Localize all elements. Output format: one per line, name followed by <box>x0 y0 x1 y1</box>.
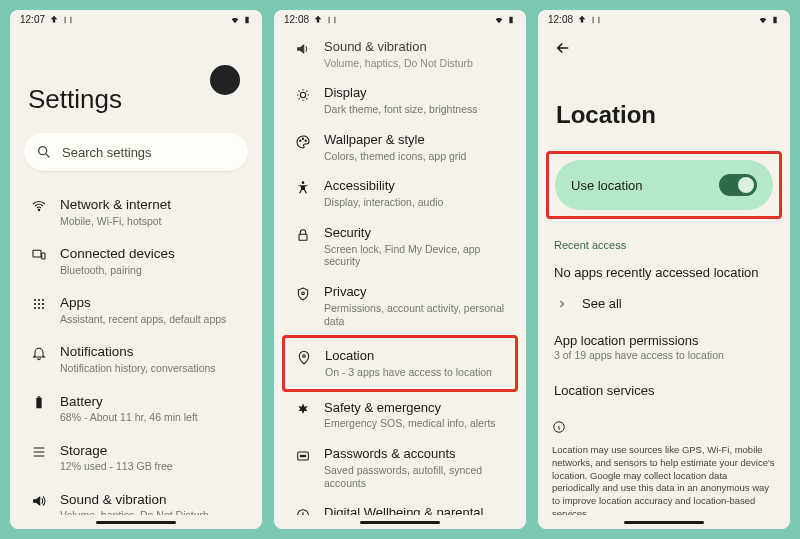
status-icon <box>327 15 337 25</box>
svg-point-20 <box>305 140 306 141</box>
svg-point-9 <box>38 303 40 305</box>
location-info: Location may use sources like GPS, Wi-Fi… <box>552 420 776 515</box>
search-placeholder: Search settings <box>62 145 152 160</box>
wifi-icon <box>494 15 504 25</box>
page-title: Location <box>556 101 776 129</box>
clock: 12:08 <box>284 14 309 25</box>
status-icon <box>313 15 323 25</box>
settings-item-accessibility[interactable]: AccessibilityDisplay, interaction, audio <box>288 170 512 216</box>
clock: 12:07 <box>20 14 45 25</box>
phone-settings-scrolled: 12:08 Sound & vibrationVolume, haptics, … <box>274 10 526 529</box>
statusbar: 12:08 <box>538 10 790 29</box>
settings-item-storage[interactable]: Storage12% used - 113 GB free <box>24 433 248 482</box>
status-icon <box>63 15 73 25</box>
key-icon <box>295 448 311 464</box>
settings-item-wallpaper[interactable]: Wallpaper & styleColors, themed icons, a… <box>288 124 512 170</box>
volume-icon <box>31 493 47 509</box>
svg-point-6 <box>38 299 40 301</box>
svg-rect-4 <box>42 253 45 259</box>
svg-rect-0 <box>245 16 248 23</box>
location-icon <box>296 350 312 366</box>
profile-avatar[interactable] <box>210 65 240 95</box>
info-icon <box>552 420 566 434</box>
settings-item-wellbeing[interactable]: Digital Wellbeing & parental controlsScr… <box>288 497 512 515</box>
navbar[interactable] <box>538 515 790 529</box>
switch-on[interactable] <box>719 174 757 196</box>
svg-point-11 <box>34 307 36 309</box>
settings-item-battery[interactable]: Battery68% - About 11 hr, 46 min left <box>24 384 248 433</box>
svg-rect-14 <box>36 397 41 408</box>
use-location-toggle[interactable]: Use location <box>555 160 773 210</box>
no-recent-text: No apps recently accessed location <box>552 257 776 288</box>
status-icon <box>591 15 601 25</box>
wifi-icon <box>758 15 768 25</box>
highlight-use-location: Use location <box>546 151 782 219</box>
accessibility-icon <box>295 180 311 196</box>
settings-item-display[interactable]: DisplayDark theme, font size, brightness <box>288 77 512 123</box>
svg-point-24 <box>303 355 306 358</box>
svg-rect-16 <box>509 16 512 23</box>
phone-settings-main: 12:07 Settings Search settings Network &… <box>10 10 262 529</box>
volume-icon <box>295 41 311 57</box>
recent-access-label: Recent access <box>554 239 776 251</box>
battery-icon <box>31 395 47 411</box>
svg-point-5 <box>34 299 36 301</box>
search-icon <box>36 144 52 160</box>
navbar[interactable] <box>274 515 526 529</box>
svg-rect-30 <box>773 16 776 23</box>
highlight-location: LocationOn - 3 apps have access to locat… <box>282 335 518 391</box>
svg-rect-22 <box>299 234 307 240</box>
storage-icon <box>31 444 47 460</box>
search-settings[interactable]: Search settings <box>24 133 248 171</box>
svg-point-23 <box>302 292 305 295</box>
chevron-right-icon <box>556 298 568 310</box>
battery-icon <box>242 15 252 25</box>
app-location-permissions[interactable]: App location permissions 3 of 19 apps ha… <box>552 325 776 369</box>
wifi-icon <box>230 15 240 25</box>
wellbeing-icon <box>295 507 311 515</box>
settings-item-notifications[interactable]: NotificationsNotification history, conve… <box>24 334 248 383</box>
devices-icon <box>31 247 47 263</box>
settings-item-sound[interactable]: Sound & vibrationVolume, haptics, Do Not… <box>24 482 248 515</box>
location-services[interactable]: Location services <box>552 375 776 406</box>
svg-point-19 <box>302 138 303 139</box>
see-all-button[interactable]: See all <box>552 288 776 319</box>
svg-point-21 <box>302 182 305 185</box>
statusbar: 12:07 <box>10 10 262 29</box>
settings-item-security[interactable]: SecurityScreen lock, Find My Device, app… <box>288 217 512 276</box>
svg-point-27 <box>302 455 303 456</box>
svg-point-10 <box>42 303 44 305</box>
lock-icon <box>295 227 311 243</box>
svg-rect-3 <box>33 250 41 257</box>
statusbar: 12:08 <box>274 10 526 29</box>
settings-item-sound[interactable]: Sound & vibrationVolume, haptics, Do Not… <box>288 31 512 77</box>
wifi-icon <box>31 198 47 214</box>
settings-item-connected[interactable]: Connected devicesBluetooth, pairing <box>24 236 248 285</box>
svg-rect-15 <box>38 396 41 397</box>
privacy-icon <box>295 286 311 302</box>
settings-item-privacy[interactable]: PrivacyPermissions, account activity, pe… <box>288 276 512 335</box>
phone-location-page: 12:08 Location Use location Recent acces… <box>538 10 790 529</box>
svg-point-26 <box>300 455 301 456</box>
bell-icon <box>31 345 47 361</box>
apps-icon <box>31 296 47 312</box>
settings-item-location[interactable]: LocationOn - 3 apps have access to locat… <box>289 340 511 386</box>
svg-point-28 <box>304 455 305 456</box>
toggle-label: Use location <box>571 178 643 193</box>
svg-point-7 <box>42 299 44 301</box>
brightness-icon <box>295 87 311 103</box>
status-icon <box>577 15 587 25</box>
navbar[interactable] <box>10 515 262 529</box>
settings-item-safety[interactable]: Safety & emergencyEmergency SOS, medical… <box>288 392 512 438</box>
svg-point-18 <box>300 140 301 141</box>
settings-item-passwords[interactable]: Passwords & accountsSaved passwords, aut… <box>288 438 512 497</box>
settings-item-network[interactable]: Network & internetMobile, Wi-Fi, hotspot <box>24 187 248 236</box>
svg-point-12 <box>38 307 40 309</box>
emergency-icon <box>295 402 311 418</box>
back-button[interactable] <box>554 39 572 61</box>
clock: 12:08 <box>548 14 573 25</box>
status-icon <box>49 15 59 25</box>
arrow-left-icon <box>554 39 572 57</box>
svg-point-8 <box>34 303 36 305</box>
settings-item-apps[interactable]: AppsAssistant, recent apps, default apps <box>24 285 248 334</box>
